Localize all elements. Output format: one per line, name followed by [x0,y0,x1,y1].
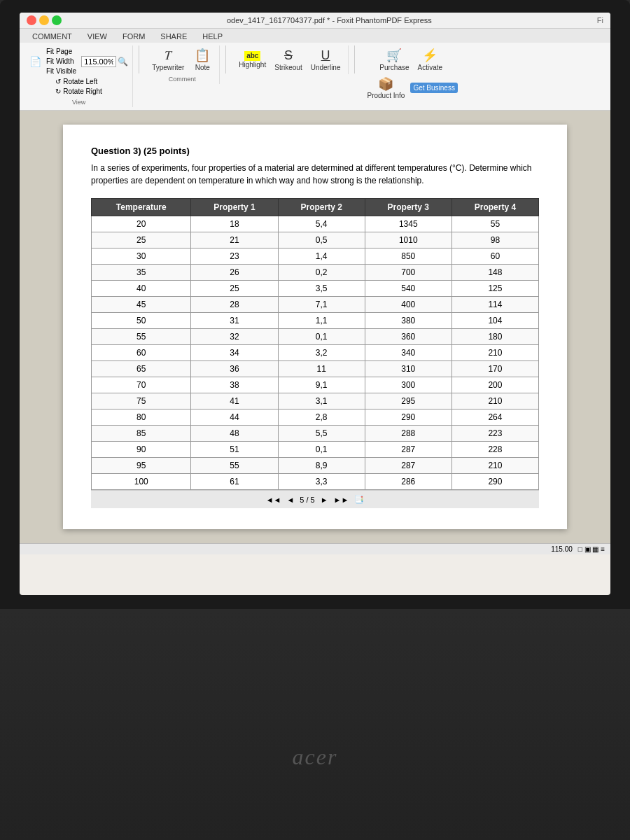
product-info-button[interactable]: 📦 Product Info [365,76,408,102]
window-title: odev_1417_1617704377.pdf * - Foxit Phant… [62,16,597,24]
table-cell: 300 [365,377,451,393]
rotate-left-label: Rotate Left [63,78,97,85]
table-cell: 700 [365,265,451,281]
table-cell: 20 [92,216,191,232]
table-cell: 11 [278,361,365,377]
view-label: View [72,99,85,106]
first-page-icon[interactable]: ◄◄ [266,496,281,504]
activate-button[interactable]: ⚡ Activate [415,47,446,73]
strikeout-button[interactable]: S Strikeout [272,47,304,73]
col-property1: Property 1 [191,199,278,216]
fit-visible-button[interactable]: Fit Visible [44,66,78,76]
table-cell: 48 [191,426,278,442]
purchase-group: 🛒 Purchase ⚡ Activate 📦 Product Info Get… [360,46,462,102]
table-cell: 60 [451,248,538,265]
bookmark-icon[interactable]: 📑 [354,495,364,504]
table-cell: 1,1 [278,313,365,329]
table-row: 85485,5288223 [92,426,539,442]
laptop-screen-bezel: odev_1417_1617704377.pdf * - Foxit Phant… [0,0,630,609]
table-cell: 540 [365,281,451,297]
note-button[interactable]: 📋 Note [190,47,215,73]
table-cell: 21 [191,232,278,248]
tab-view[interactable]: VIEW [80,30,114,43]
table-cell: 75 [92,393,191,410]
table-row: 55320,1360180 [92,329,539,345]
table-cell: 0,1 [278,442,365,458]
window-title-right: Fi [597,16,603,24]
table-cell: 7,1 [278,297,365,313]
table-cell: 850 [365,248,451,265]
strikeout-icon: S [284,48,293,64]
zoom-items: 📄 Fit Page Fit Width Fit Visible [29,47,128,76]
note-icon: 📋 [195,48,210,64]
table-cell: 5,5 [278,426,365,442]
table-cell: 223 [451,426,538,442]
maximize-button[interactable] [52,15,62,25]
purchase-button[interactable]: 🛒 Purchase [377,47,412,73]
table-row: 80442,8290264 [92,410,539,426]
zoom-search-icon[interactable]: 🔍 [118,57,128,66]
col-property2: Property 2 [278,199,365,216]
screen: odev_1417_1617704377.pdf * - Foxit Phant… [20,13,610,595]
close-button[interactable] [27,15,36,25]
get-business-button[interactable]: Get Business [410,83,457,93]
table-cell: 1345 [365,216,451,232]
page-nav: ◄◄ ◄ 5 / 5 ► ►► 📑 [91,490,539,508]
window-controls[interactable] [27,15,62,25]
highlight-button[interactable]: abc Highlight [236,50,269,70]
next-page-icon[interactable]: ► [321,496,328,504]
table-cell: 3,2 [278,345,365,361]
table-cell: 60 [92,345,191,361]
table-cell: 41 [191,393,278,410]
col-property3: Property 3 [365,199,451,216]
last-page-icon[interactable]: ►► [334,496,349,504]
table-cell: 210 [451,458,538,474]
tab-comment[interactable]: COMMENT [25,30,79,43]
table-row: 70389,1300200 [92,377,539,393]
table-cell: 36 [191,361,278,377]
table-cell: 98 [451,232,538,248]
fit-width-button[interactable]: Fit Width [44,57,78,66]
prev-page-icon[interactable]: ◄ [286,496,294,504]
table-cell: 100 [92,474,191,490]
table-cell: 44 [191,410,278,426]
table-row: 95558,9287210 [92,458,539,474]
table-cell: 295 [365,393,451,410]
fit-visible-label: Fit Visible [46,67,76,75]
document-page: Question 3) (25 points) In a series of e… [63,125,567,529]
table-cell: 0,1 [278,329,365,345]
text-markup-group: abc Highlight S Strikeout U Underline [232,46,348,74]
tab-help[interactable]: HELP [195,30,230,43]
table-row: 50311,1380104 [92,313,539,329]
table-row: 653611310170 [92,361,539,377]
rotate-left-button[interactable]: ↺ Rotate Left [53,77,104,86]
table-cell: 287 [365,442,451,458]
table-cell: 1010 [365,232,451,248]
table-cell: 40 [92,281,191,297]
tab-share[interactable]: SHARE [153,30,194,43]
typewriter-items: 𝑇 Typewriter 📋 Note [149,47,215,73]
table-cell: 340 [365,345,451,361]
table-cell: 286 [365,474,451,490]
table-row: 60343,2340210 [92,345,539,361]
purchase-items: 🛒 Purchase ⚡ Activate [377,47,445,73]
highlight-icon: abc [244,51,260,61]
separator-1 [139,46,139,74]
rotate-right-button[interactable]: ↻ Rotate Right [53,87,104,96]
minimize-button[interactable] [39,15,49,25]
table-cell: 3,5 [278,281,365,297]
underline-button[interactable]: U Underline [308,47,344,73]
fit-page-button[interactable]: Fit Page [44,47,78,56]
tab-form[interactable]: FORM [115,30,152,43]
main-content: Question 3) (25 points) In a series of e… [20,111,610,543]
rotate-group: ↺ Rotate Left ↻ Rotate Right [53,77,104,96]
typewriter-button[interactable]: 𝑇 Typewriter [149,47,187,73]
table-row: 25210,5101098 [92,232,539,248]
table-cell: 55 [191,458,278,474]
typewriter-label: Typewriter [152,64,184,71]
zoom-input[interactable] [81,56,116,67]
table-cell: 148 [451,265,538,281]
table-row: 75413,1295210 [92,393,539,410]
table-row: 100613,3286290 [92,474,539,490]
table-cell: 180 [451,329,538,345]
